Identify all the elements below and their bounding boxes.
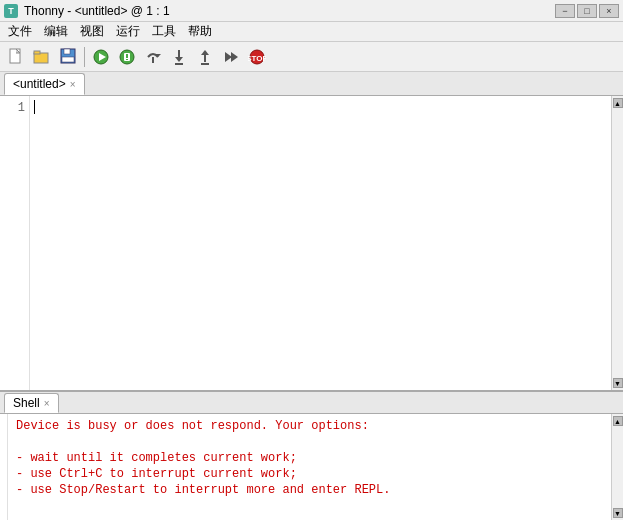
svg-marker-21 bbox=[231, 52, 238, 62]
app-icon: T bbox=[4, 4, 18, 18]
shell-scrollbar[interactable]: ▲ ▼ bbox=[611, 414, 623, 520]
minimize-button[interactable]: − bbox=[555, 4, 575, 18]
svg-text:STOP: STOP bbox=[248, 54, 266, 63]
title-bar-left: T Thonny - <untitled> @ 1 : 1 bbox=[4, 4, 170, 18]
toolbar: STOP bbox=[0, 42, 623, 72]
editor-content[interactable] bbox=[30, 96, 611, 390]
svg-marker-20 bbox=[225, 52, 232, 62]
scrollbar-down[interactable]: ▼ bbox=[613, 378, 623, 388]
svg-marker-18 bbox=[201, 50, 209, 55]
step-out-button[interactable] bbox=[193, 45, 217, 69]
resume-button[interactable] bbox=[219, 45, 243, 69]
open-button[interactable] bbox=[30, 45, 54, 69]
stop-button[interactable]: STOP bbox=[245, 45, 269, 69]
svg-rect-10 bbox=[126, 54, 128, 58]
bottom-panel: Shell × Device is busy or does not respo… bbox=[0, 390, 623, 520]
editor-tab-label: <untitled> bbox=[13, 77, 66, 91]
shell-content[interactable]: Device is busy or does not respond. Your… bbox=[8, 414, 611, 520]
title-bar: T Thonny - <untitled> @ 1 : 1 − □ × bbox=[0, 0, 623, 22]
menu-bar: 文件 编辑 视图 运行 工具 帮助 bbox=[0, 22, 623, 42]
shell-tab-label: Shell bbox=[13, 396, 40, 410]
scrollbar-track[interactable] bbox=[613, 108, 623, 378]
separator-1 bbox=[84, 47, 85, 67]
bottom-tab-bar: Shell × bbox=[0, 392, 623, 414]
close-button[interactable]: × bbox=[599, 4, 619, 18]
svg-rect-2 bbox=[34, 51, 40, 54]
debug-button[interactable] bbox=[115, 45, 139, 69]
editor-area: 1 ▲ ▼ bbox=[0, 96, 623, 390]
shell-line-2: - wait until it completes current work; bbox=[16, 450, 603, 466]
bottom-panel-inner: Device is busy or does not respond. Your… bbox=[0, 414, 623, 520]
step-into-button[interactable] bbox=[167, 45, 191, 69]
shell-scrollbar-down[interactable]: ▼ bbox=[613, 508, 623, 518]
svg-rect-11 bbox=[126, 59, 128, 60]
maximize-button[interactable]: □ bbox=[577, 4, 597, 18]
shell-line-4: - use Stop/Restart to interrupt more and… bbox=[16, 482, 603, 498]
editor-tab-bar: <untitled> × bbox=[0, 72, 623, 96]
run-button[interactable] bbox=[89, 45, 113, 69]
title-bar-controls: − □ × bbox=[555, 4, 619, 18]
scrollbar-up[interactable]: ▲ bbox=[613, 98, 623, 108]
shell-scrollbar-track[interactable] bbox=[613, 426, 623, 508]
svg-rect-5 bbox=[62, 57, 74, 62]
menu-view[interactable]: 视图 bbox=[74, 21, 110, 42]
menu-run[interactable]: 运行 bbox=[110, 21, 146, 42]
shell-line-3: - use Ctrl+C to interrupt current work; bbox=[16, 466, 603, 482]
left-indicator bbox=[0, 414, 8, 520]
line-number-1: 1 bbox=[0, 100, 25, 116]
shell-tab-close[interactable]: × bbox=[44, 398, 50, 409]
editor-tab-close[interactable]: × bbox=[70, 79, 76, 90]
menu-help[interactable]: 帮助 bbox=[182, 21, 218, 42]
shell-tab[interactable]: Shell × bbox=[4, 393, 59, 413]
menu-edit[interactable]: 编辑 bbox=[38, 21, 74, 42]
step-over-button[interactable] bbox=[141, 45, 165, 69]
shell-scrollbar-up[interactable]: ▲ bbox=[613, 416, 623, 426]
line-numbers: 1 bbox=[0, 96, 30, 390]
svg-rect-4 bbox=[64, 49, 70, 54]
editor-scrollbar[interactable]: ▲ ▼ bbox=[611, 96, 623, 390]
menu-file[interactable]: 文件 bbox=[2, 21, 38, 42]
shell-line-1 bbox=[16, 434, 603, 450]
save-button[interactable] bbox=[56, 45, 80, 69]
new-button[interactable] bbox=[4, 45, 28, 69]
title-text: Thonny - <untitled> @ 1 : 1 bbox=[24, 4, 170, 18]
cursor bbox=[34, 100, 35, 114]
menu-tools[interactable]: 工具 bbox=[146, 21, 182, 42]
editor-tab-untitled[interactable]: <untitled> × bbox=[4, 73, 85, 95]
shell-line-0: Device is busy or does not respond. Your… bbox=[16, 418, 603, 434]
svg-marker-15 bbox=[175, 57, 183, 62]
